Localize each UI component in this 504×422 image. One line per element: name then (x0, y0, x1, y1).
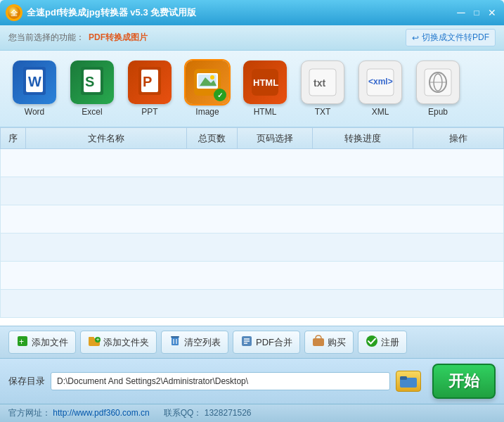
word-icon: W (13, 60, 56, 104)
format-bar: W Word S Excel P (0, 51, 504, 127)
clear-list-button[interactable]: 清空列表 (161, 331, 228, 354)
html-icon: HTML (243, 60, 287, 104)
svg-rect-29 (89, 337, 94, 340)
save-path[interactable]: D:\Document And Settings2\Administrator\… (51, 372, 390, 390)
image-icon: ✓ (186, 60, 229, 104)
current-mode: PDF转换成图片 (89, 32, 148, 44)
xml-icon: <xml> (358, 60, 402, 104)
format-txt[interactable]: txt TXT (297, 58, 349, 120)
add-folder-icon: + (88, 335, 101, 350)
save-row: 保存目录 D:\Document And Settings2\Administr… (0, 358, 504, 404)
epub-icon (416, 60, 460, 104)
table-row (1, 149, 504, 177)
buy-icon (312, 335, 325, 350)
image-selected-badge: ✓ (214, 89, 226, 101)
clear-list-label: 清空列表 (184, 336, 221, 349)
buy-label: 购买 (328, 336, 346, 349)
bottom-buttons: + 添加文件 + 添加文件夹 (0, 326, 504, 358)
add-file-button[interactable]: + 添加文件 (8, 331, 76, 354)
format-ppt[interactable]: P PPT (124, 58, 176, 120)
start-button[interactable]: 开始 (432, 364, 496, 399)
svg-rect-40 (313, 338, 324, 346)
table-row (1, 177, 504, 205)
start-label: 开始 (448, 371, 479, 392)
svg-text:全: 全 (10, 9, 18, 17)
format-excel[interactable]: S Excel (66, 58, 118, 120)
buy-button[interactable]: 购买 (304, 331, 354, 354)
ppt-label: PPT (141, 107, 157, 117)
svg-text:P: P (143, 74, 152, 89)
contact-qq: 1328271526 (205, 408, 252, 418)
register-label: 注册 (381, 336, 399, 349)
svg-text:W: W (28, 74, 41, 89)
word-label: Word (25, 107, 44, 117)
format-word[interactable]: W Word (8, 58, 60, 120)
file-table-container: 序 文件名称 总页数 页码选择 转换进度 操作 (0, 127, 504, 326)
format-image[interactable]: ✓ Image (181, 58, 233, 120)
browse-folder-button[interactable] (396, 371, 421, 392)
epub-label: Epub (428, 107, 448, 117)
switch-btn-label: 切换成文件转PDF (422, 32, 489, 44)
svg-text:S: S (85, 74, 94, 89)
save-path-text: D:\Document And Settings2\Administrator\… (57, 376, 248, 386)
col-actions: 操作 (413, 128, 504, 149)
website-url[interactable]: http://www.pdf360.com.cn (53, 408, 149, 418)
svg-rect-33 (171, 336, 179, 338)
col-filename: 文件名称 (25, 128, 186, 149)
table-row (1, 234, 504, 262)
switch-arrow-icon: ↩ (412, 33, 419, 43)
col-page-select: 页码选择 (237, 128, 312, 149)
svg-rect-32 (172, 337, 179, 345)
col-index: 序 (1, 128, 26, 149)
add-file-label: 添加文件 (32, 336, 68, 349)
close-button[interactable]: ✕ (486, 6, 498, 19)
file-table: 序 文件名称 总页数 页码选择 转换进度 操作 (0, 127, 504, 318)
table-header-row: 序 文件名称 总页数 页码选择 转换进度 操作 (1, 128, 504, 149)
svg-rect-43 (400, 376, 407, 380)
svg-text:txt: txt (314, 77, 325, 89)
svg-text:+: + (96, 336, 100, 343)
pdf-merge-icon (240, 335, 253, 350)
status-bar: 官方网址： http://www.pdf360.com.cn 联系QQ： 132… (0, 404, 504, 422)
title-controls: ─ □ ✕ (455, 6, 498, 19)
pdf-merge-button[interactable]: PDF合并 (233, 331, 300, 354)
minimize-button[interactable]: ─ (455, 6, 467, 19)
add-folder-label: 添加文件夹 (103, 336, 149, 349)
xml-label: XML (372, 107, 389, 117)
table-row (1, 205, 504, 234)
register-button[interactable]: 注册 (358, 331, 407, 354)
txt-icon: txt (301, 60, 344, 104)
switch-to-pdf-button[interactable]: ↩ 切换成文件转PDF (406, 29, 496, 46)
svg-text:<xml>: <xml> (368, 77, 393, 87)
pdf-merge-label: PDF合并 (256, 336, 292, 349)
add-file-icon: + (16, 335, 29, 350)
format-xml[interactable]: <xml> XML (354, 58, 406, 120)
table-row (1, 290, 504, 318)
toolbar: 您当前选择的功能： PDF转换成图片 ↩ 切换成文件转PDF (0, 25, 504, 51)
excel-label: Excel (82, 107, 102, 117)
format-epub[interactable]: Epub (412, 58, 464, 120)
contact-label: 联系QQ： (164, 408, 202, 418)
toolbar-label: 您当前选择的功能： (8, 32, 84, 44)
add-folder-button[interactable]: + 添加文件夹 (80, 331, 157, 354)
title-bar: 全 全速pdf转换成jpg转换器 v5.3 免费试用版 ─ □ ✕ (0, 0, 504, 25)
website-label: 官方网址： (8, 408, 51, 418)
app-logo: 全 (6, 4, 22, 21)
ppt-icon: P (128, 60, 172, 104)
clear-list-icon (169, 335, 181, 350)
html-label: HTML (254, 107, 277, 117)
svg-text:+: + (19, 337, 24, 347)
app-title: 全速pdf转换成jpg转换器 v5.3 免费试用版 (27, 6, 196, 19)
contact-info: 联系QQ： 1328271526 (164, 407, 252, 419)
maximize-button[interactable]: □ (470, 6, 483, 19)
website-info: 官方网址： http://www.pdf360.com.cn (8, 407, 150, 419)
svg-point-15 (210, 75, 214, 79)
title-bar-left: 全 全速pdf转换成jpg转换器 v5.3 免费试用版 (6, 4, 196, 21)
excel-icon: S (70, 60, 114, 104)
format-html[interactable]: HTML HTML (239, 58, 291, 120)
col-progress: 转换进度 (312, 128, 413, 149)
svg-text:HTML: HTML (253, 77, 278, 88)
txt-label: TXT (315, 107, 331, 117)
register-icon (366, 335, 378, 350)
col-pages: 总页数 (186, 128, 237, 149)
